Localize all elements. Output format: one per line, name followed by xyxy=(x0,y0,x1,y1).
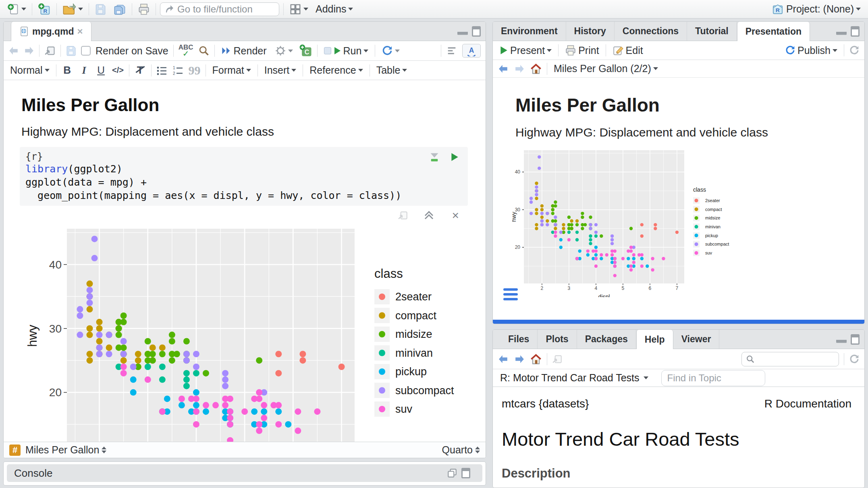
help-forward-icon[interactable] xyxy=(514,354,525,364)
project-selector[interactable]: Project: (None) xyxy=(770,2,862,17)
blockquote-button[interactable]: 99 xyxy=(189,64,201,77)
workspace-panes-button[interactable] xyxy=(288,2,310,17)
tab-presentation[interactable]: Presentation xyxy=(737,22,810,41)
maximize-pane-icon[interactable] xyxy=(472,26,481,37)
help-back-icon[interactable] xyxy=(498,354,509,364)
render-on-save-checkbox[interactable] xyxy=(81,46,91,56)
minimize-pane-icon[interactable] xyxy=(836,336,847,343)
open-file-button[interactable] xyxy=(61,2,85,17)
goto-arrow-icon xyxy=(164,4,174,14)
find-replace-icon[interactable] xyxy=(198,45,210,56)
print-slides-button[interactable]: Print xyxy=(563,43,600,58)
tab-help[interactable]: Help xyxy=(636,330,673,349)
home-slide-icon[interactable] xyxy=(530,63,542,75)
doc-mode-selector[interactable]: Quarto xyxy=(442,444,480,456)
run-button[interactable]: Run xyxy=(322,44,370,58)
help-popout-icon[interactable] xyxy=(552,354,563,364)
presentation-pane: Environment History Connections Tutorial… xyxy=(492,21,865,324)
slide-menu-icon[interactable] xyxy=(503,288,518,300)
help-search-box[interactable] xyxy=(741,352,839,366)
collapse-output-icon[interactable] xyxy=(426,212,434,219)
clear-format-button[interactable]: T xyxy=(134,64,146,77)
numbered-list-button[interactable]: 12 xyxy=(172,65,184,76)
find-in-topic-input[interactable] xyxy=(661,370,765,386)
chevron-down-icon xyxy=(653,67,658,70)
console-header[interactable]: Console xyxy=(7,464,482,482)
help-content[interactable]: mtcars {datasets} R Documentation Motor … xyxy=(493,387,864,481)
goto-file-search[interactable] xyxy=(160,2,279,16)
slide-preview[interactable]: Miles Per Gallon Highway MPG: Displaceme… xyxy=(493,78,864,320)
new-project-button[interactable] xyxy=(36,2,52,17)
outline-toggle-icon[interactable] xyxy=(446,45,457,56)
maximize-pane-icon[interactable] xyxy=(851,334,860,345)
back-icon[interactable] xyxy=(8,46,19,56)
insert-chunk-icon[interactable] xyxy=(299,44,312,57)
topic-selector[interactable]: R: Motor Trend Car Road Tests xyxy=(500,372,640,384)
run-chunk-icon[interactable] xyxy=(450,152,459,162)
slide-title-selector[interactable]: Miles Per Gallon (2/2) xyxy=(552,62,660,76)
visual-editor-toggle[interactable] xyxy=(462,44,481,58)
save-button[interactable] xyxy=(93,2,108,16)
forward-icon[interactable] xyxy=(24,46,34,56)
minimize-pane-icon[interactable] xyxy=(457,28,468,35)
svg-text:2: 2 xyxy=(541,285,544,291)
slide-forward-icon[interactable] xyxy=(514,64,525,74)
source-button[interactable] xyxy=(380,44,401,58)
format-menu[interactable]: Format xyxy=(211,63,253,77)
save-icon[interactable] xyxy=(66,45,76,56)
chevron-down-icon xyxy=(78,8,83,10)
edit-slides-button[interactable]: Edit xyxy=(611,43,645,58)
bullet-list-button[interactable] xyxy=(156,65,168,76)
minimize-pane-icon[interactable] xyxy=(836,28,847,35)
code-button[interactable]: </> xyxy=(112,66,124,75)
render-button[interactable]: Render xyxy=(220,44,268,58)
popout-icon[interactable] xyxy=(44,45,56,56)
help-search-input[interactable] xyxy=(757,354,830,364)
table-menu[interactable]: Table xyxy=(375,63,409,77)
tab-label: Viewer xyxy=(681,334,711,345)
present-button[interactable]: Present xyxy=(498,43,553,58)
italic-button[interactable]: I xyxy=(78,64,90,77)
refresh-icon[interactable] xyxy=(849,45,860,56)
search-icon xyxy=(746,355,755,364)
insert-menu[interactable]: Insert xyxy=(263,63,298,77)
tab-viewer[interactable]: Viewer xyxy=(673,330,720,349)
tab-files[interactable]: Files xyxy=(500,330,538,349)
paragraph-style-select[interactable]: Normal xyxy=(8,63,51,77)
run-chunks-above-icon[interactable] xyxy=(429,152,440,162)
print-button[interactable] xyxy=(136,2,152,17)
publish-button[interactable]: Publish xyxy=(783,43,839,58)
addins-button[interactable]: Addins xyxy=(314,2,355,16)
output-popout-icon[interactable] xyxy=(398,210,408,221)
maximize-pane-icon[interactable] xyxy=(851,26,860,37)
section-navigator[interactable]: # Miles Per Gallon xyxy=(9,444,106,456)
goto-file-input[interactable] xyxy=(177,4,270,15)
reference-menu[interactable]: Reference xyxy=(308,63,364,77)
render-settings-button[interactable] xyxy=(273,44,295,58)
save-all-button[interactable] xyxy=(112,2,128,17)
svg-text:subcompact: subcompact xyxy=(395,385,454,397)
tab-history[interactable]: History xyxy=(566,22,615,41)
tab-mpg-qmd[interactable]: mpg.qmd × xyxy=(11,22,91,41)
slide-back-icon[interactable] xyxy=(498,64,509,74)
new-file-button[interactable] xyxy=(6,2,28,17)
present-label: Present xyxy=(510,45,545,56)
tab-environment[interactable]: Environment xyxy=(493,22,566,41)
tab-tutorial[interactable]: Tutorial xyxy=(687,22,737,41)
maximize-pane-icon[interactable] xyxy=(461,468,470,478)
help-home-icon[interactable] xyxy=(530,353,542,365)
restore-pane-icon[interactable] xyxy=(447,468,457,478)
bold-button[interactable]: B xyxy=(61,64,73,77)
document-canvas[interactable]: Miles Per Gallon Highway MPG: Displaceme… xyxy=(4,81,486,443)
close-icon[interactable]: × xyxy=(77,27,83,35)
code-chunk[interactable]: {r} library(ggplot2)ggplot(data = mpg) +… xyxy=(20,147,468,206)
tab-connections[interactable]: Connections xyxy=(615,22,687,41)
save-all-icon xyxy=(113,3,126,15)
clear-output-icon[interactable]: × xyxy=(452,211,459,219)
tab-plots[interactable]: Plots xyxy=(538,330,577,349)
underline-button[interactable]: U xyxy=(95,64,107,77)
help-refresh-icon[interactable] xyxy=(849,354,860,364)
spellcheck-button[interactable]: ABC ✓ xyxy=(179,45,193,57)
divider xyxy=(56,3,57,15)
tab-packages[interactable]: Packages xyxy=(577,330,636,349)
